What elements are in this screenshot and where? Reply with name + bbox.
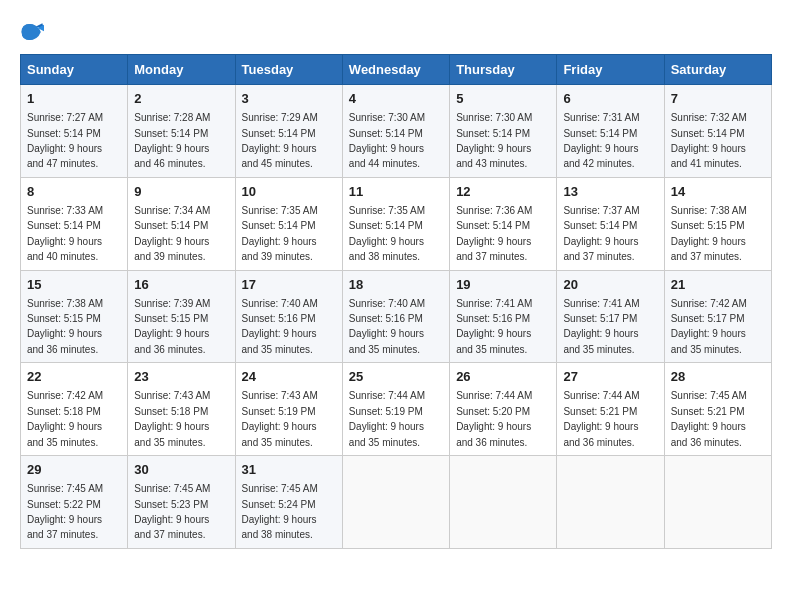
day-detail: Sunrise: 7:45 AMSunset: 5:22 PMDaylight:… [27,483,103,540]
day-number: 1 [27,90,121,108]
day-number: 2 [134,90,228,108]
col-header-sunday: Sunday [21,55,128,85]
day-number: 8 [27,183,121,201]
day-detail: Sunrise: 7:44 AMSunset: 5:21 PMDaylight:… [563,390,639,447]
calendar-cell [342,456,449,549]
calendar-cell: 29Sunrise: 7:45 AMSunset: 5:22 PMDayligh… [21,456,128,549]
calendar-cell: 8Sunrise: 7:33 AMSunset: 5:14 PMDaylight… [21,177,128,270]
calendar-cell [450,456,557,549]
calendar-cell: 28Sunrise: 7:45 AMSunset: 5:21 PMDayligh… [664,363,771,456]
day-detail: Sunrise: 7:30 AMSunset: 5:14 PMDaylight:… [349,112,425,169]
day-number: 13 [563,183,657,201]
day-number: 18 [349,276,443,294]
calendar-cell: 27Sunrise: 7:44 AMSunset: 5:21 PMDayligh… [557,363,664,456]
calendar-cell: 25Sunrise: 7:44 AMSunset: 5:19 PMDayligh… [342,363,449,456]
calendar-cell: 17Sunrise: 7:40 AMSunset: 5:16 PMDayligh… [235,270,342,363]
day-detail: Sunrise: 7:36 AMSunset: 5:14 PMDaylight:… [456,205,532,262]
day-detail: Sunrise: 7:44 AMSunset: 5:19 PMDaylight:… [349,390,425,447]
day-detail: Sunrise: 7:41 AMSunset: 5:16 PMDaylight:… [456,298,532,355]
calendar-cell: 31Sunrise: 7:45 AMSunset: 5:24 PMDayligh… [235,456,342,549]
col-header-saturday: Saturday [664,55,771,85]
day-detail: Sunrise: 7:40 AMSunset: 5:16 PMDaylight:… [242,298,318,355]
day-detail: Sunrise: 7:43 AMSunset: 5:19 PMDaylight:… [242,390,318,447]
day-detail: Sunrise: 7:43 AMSunset: 5:18 PMDaylight:… [134,390,210,447]
calendar-cell [557,456,664,549]
day-number: 28 [671,368,765,386]
day-detail: Sunrise: 7:45 AMSunset: 5:21 PMDaylight:… [671,390,747,447]
day-number: 17 [242,276,336,294]
calendar-cell: 14Sunrise: 7:38 AMSunset: 5:15 PMDayligh… [664,177,771,270]
day-detail: Sunrise: 7:30 AMSunset: 5:14 PMDaylight:… [456,112,532,169]
col-header-friday: Friday [557,55,664,85]
calendar-row: 15Sunrise: 7:38 AMSunset: 5:15 PMDayligh… [21,270,772,363]
day-detail: Sunrise: 7:44 AMSunset: 5:20 PMDaylight:… [456,390,532,447]
calendar-cell: 15Sunrise: 7:38 AMSunset: 5:15 PMDayligh… [21,270,128,363]
calendar-cell: 24Sunrise: 7:43 AMSunset: 5:19 PMDayligh… [235,363,342,456]
calendar-cell: 11Sunrise: 7:35 AMSunset: 5:14 PMDayligh… [342,177,449,270]
day-detail: Sunrise: 7:41 AMSunset: 5:17 PMDaylight:… [563,298,639,355]
calendar-cell: 26Sunrise: 7:44 AMSunset: 5:20 PMDayligh… [450,363,557,456]
day-number: 16 [134,276,228,294]
day-number: 15 [27,276,121,294]
calendar-cell: 9Sunrise: 7:34 AMSunset: 5:14 PMDaylight… [128,177,235,270]
day-number: 6 [563,90,657,108]
day-detail: Sunrise: 7:28 AMSunset: 5:14 PMDaylight:… [134,112,210,169]
day-detail: Sunrise: 7:37 AMSunset: 5:14 PMDaylight:… [563,205,639,262]
day-number: 12 [456,183,550,201]
day-detail: Sunrise: 7:34 AMSunset: 5:14 PMDaylight:… [134,205,210,262]
day-number: 19 [456,276,550,294]
header [20,20,772,44]
day-detail: Sunrise: 7:45 AMSunset: 5:24 PMDaylight:… [242,483,318,540]
calendar-row: 8Sunrise: 7:33 AMSunset: 5:14 PMDaylight… [21,177,772,270]
calendar-cell: 3Sunrise: 7:29 AMSunset: 5:14 PMDaylight… [235,85,342,178]
day-number: 27 [563,368,657,386]
day-number: 14 [671,183,765,201]
day-number: 4 [349,90,443,108]
day-number: 9 [134,183,228,201]
day-number: 7 [671,90,765,108]
day-detail: Sunrise: 7:42 AMSunset: 5:18 PMDaylight:… [27,390,103,447]
day-detail: Sunrise: 7:42 AMSunset: 5:17 PMDaylight:… [671,298,747,355]
day-detail: Sunrise: 7:39 AMSunset: 5:15 PMDaylight:… [134,298,210,355]
calendar-row: 22Sunrise: 7:42 AMSunset: 5:18 PMDayligh… [21,363,772,456]
calendar-cell: 19Sunrise: 7:41 AMSunset: 5:16 PMDayligh… [450,270,557,363]
day-number: 20 [563,276,657,294]
calendar-cell: 2Sunrise: 7:28 AMSunset: 5:14 PMDaylight… [128,85,235,178]
day-number: 10 [242,183,336,201]
day-detail: Sunrise: 7:38 AMSunset: 5:15 PMDaylight:… [671,205,747,262]
day-detail: Sunrise: 7:33 AMSunset: 5:14 PMDaylight:… [27,205,103,262]
day-detail: Sunrise: 7:32 AMSunset: 5:14 PMDaylight:… [671,112,747,169]
logo-icon [20,20,44,44]
day-number: 25 [349,368,443,386]
day-number: 5 [456,90,550,108]
calendar-row: 29Sunrise: 7:45 AMSunset: 5:22 PMDayligh… [21,456,772,549]
calendar-cell: 10Sunrise: 7:35 AMSunset: 5:14 PMDayligh… [235,177,342,270]
day-number: 11 [349,183,443,201]
col-header-wednesday: Wednesday [342,55,449,85]
col-header-monday: Monday [128,55,235,85]
day-detail: Sunrise: 7:31 AMSunset: 5:14 PMDaylight:… [563,112,639,169]
calendar-cell: 23Sunrise: 7:43 AMSunset: 5:18 PMDayligh… [128,363,235,456]
calendar-table: SundayMondayTuesdayWednesdayThursdayFrid… [20,54,772,549]
col-header-thursday: Thursday [450,55,557,85]
day-detail: Sunrise: 7:35 AMSunset: 5:14 PMDaylight:… [242,205,318,262]
calendar-cell: 30Sunrise: 7:45 AMSunset: 5:23 PMDayligh… [128,456,235,549]
day-number: 30 [134,461,228,479]
calendar-cell: 13Sunrise: 7:37 AMSunset: 5:14 PMDayligh… [557,177,664,270]
logo [20,20,48,44]
day-detail: Sunrise: 7:35 AMSunset: 5:14 PMDaylight:… [349,205,425,262]
day-detail: Sunrise: 7:29 AMSunset: 5:14 PMDaylight:… [242,112,318,169]
day-detail: Sunrise: 7:27 AMSunset: 5:14 PMDaylight:… [27,112,103,169]
calendar-cell: 6Sunrise: 7:31 AMSunset: 5:14 PMDaylight… [557,85,664,178]
calendar-cell [664,456,771,549]
day-number: 21 [671,276,765,294]
col-header-tuesday: Tuesday [235,55,342,85]
day-number: 3 [242,90,336,108]
calendar-cell: 5Sunrise: 7:30 AMSunset: 5:14 PMDaylight… [450,85,557,178]
day-number: 29 [27,461,121,479]
calendar-cell: 18Sunrise: 7:40 AMSunset: 5:16 PMDayligh… [342,270,449,363]
calendar-cell: 16Sunrise: 7:39 AMSunset: 5:15 PMDayligh… [128,270,235,363]
calendar-cell: 1Sunrise: 7:27 AMSunset: 5:14 PMDaylight… [21,85,128,178]
day-number: 24 [242,368,336,386]
calendar-cell: 12Sunrise: 7:36 AMSunset: 5:14 PMDayligh… [450,177,557,270]
